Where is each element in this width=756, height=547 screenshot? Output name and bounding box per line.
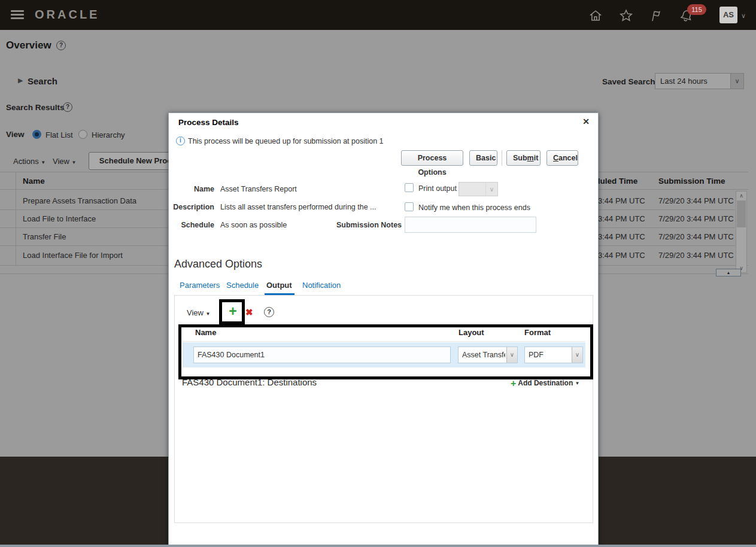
add-destination-button[interactable]: + Add Destination ▼: [511, 378, 580, 389]
saved-search-caret-icon[interactable]: ∨: [730, 74, 743, 89]
submission-notes-label: Submission Notes: [336, 221, 400, 229]
notification-count-badge: 115: [687, 4, 706, 15]
page-title: Overview: [6, 39, 51, 51]
screen: ORACLE 115 AS ∨ Overview ? ▶ Search Save…: [0, 0, 756, 547]
format-select[interactable]: PDF ∨: [524, 347, 583, 363]
table-row-submission: 7/29/20 3:44 PM UTC: [658, 196, 734, 205]
advanced-options-title: Advanced Options: [174, 258, 262, 271]
actions-menu[interactable]: Actions ▼: [13, 157, 45, 166]
cancel-label-accesskey: C: [553, 154, 558, 162]
delete-output-icon[interactable]: ✖: [245, 307, 253, 318]
print-destination-caret-icon: ∨: [485, 183, 497, 196]
cancel-button[interactable]: Cancel: [546, 150, 578, 166]
column-header-name[interactable]: Name: [23, 177, 45, 186]
table-view-menu-caret-icon: ▼: [72, 160, 77, 165]
output-view-menu[interactable]: View ▼: [187, 308, 211, 317]
submission-notes-input[interactable]: [405, 217, 536, 233]
table-scrollbar[interactable]: ∧ ∨: [736, 191, 747, 273]
viewport-bottom-edge: [0, 545, 756, 547]
view-flat-list-label[interactable]: Flat List: [45, 130, 73, 139]
name-value: Asset Transfers Report: [220, 185, 297, 193]
layout-select[interactable]: Asset Transfe ∨: [458, 347, 518, 363]
page-help-icon[interactable]: ?: [56, 41, 66, 50]
submit-label-accesskey: m: [527, 154, 534, 162]
table-row-name[interactable]: Transfer File: [23, 232, 66, 241]
notify-label: Notify me when this process ends: [418, 203, 530, 212]
tab-output[interactable]: Output: [266, 281, 292, 290]
basic-button[interactable]: Basic: [469, 150, 497, 166]
top-navigation-bar: ORACLE 115 AS ∨: [0, 0, 756, 30]
print-output-checkbox[interactable]: [405, 183, 414, 192]
saved-search-select[interactable]: Last 24 hours ∨: [655, 73, 744, 89]
format-select-value: PDF: [529, 351, 570, 359]
column-header-submission-time[interactable]: Submission Time: [658, 177, 725, 186]
table-row-submission: 7/29/20 3:44 PM UTC: [658, 251, 734, 260]
add-output-icon[interactable]: +: [225, 303, 241, 319]
saved-search-value: Last 24 hours: [660, 77, 708, 86]
output-view-menu-caret-icon: ▼: [206, 311, 211, 317]
print-output-label: Print output: [418, 184, 457, 193]
hamburger-menu-icon[interactable]: [11, 10, 24, 20]
destinations-section-title: FAS430 Document1: Destinations: [182, 377, 317, 387]
output-help-icon[interactable]: ?: [264, 307, 274, 317]
notify-checkbox[interactable]: [405, 202, 414, 211]
submit-label-post: it: [534, 154, 539, 162]
format-select-caret-icon[interactable]: ∨: [572, 347, 582, 363]
table-row-name[interactable]: Load Interface File for Import: [23, 251, 123, 260]
flag-watchlist-icon[interactable]: [649, 8, 664, 23]
submit-label-pre: Sub: [513, 154, 527, 162]
output-column-name: Name: [195, 328, 216, 337]
search-results-help-icon[interactable]: ?: [63, 102, 72, 112]
actions-menu-caret-icon: ▼: [41, 160, 45, 165]
queue-info-message: This process will be queued up for submi…: [188, 137, 384, 145]
view-hierarchy-label[interactable]: Hierarchy: [92, 130, 125, 139]
submit-button[interactable]: Submit: [506, 150, 541, 166]
dialog-title: Process Details: [178, 118, 239, 127]
saved-search-label: Saved Search: [602, 77, 655, 86]
search-section-label[interactable]: Search: [28, 76, 57, 86]
description-label: Description: [169, 203, 214, 211]
tab-notification[interactable]: Notification: [302, 281, 341, 290]
table-view-menu-label: View: [53, 157, 69, 166]
search-results-title: Search Results: [6, 103, 65, 112]
layout-select-caret-icon[interactable]: ∨: [506, 347, 517, 363]
output-name-input[interactable]: [193, 347, 451, 363]
layout-select-value: Asset Transfe: [462, 351, 505, 359]
button-separator: [502, 150, 502, 166]
schedule-value: As soon as possible: [220, 221, 287, 229]
table-row-name[interactable]: Load File to Interface: [23, 214, 96, 223]
print-destination-select[interactable]: ∨: [459, 182, 498, 196]
description-value: Lists all asset transfers performed duri…: [220, 203, 377, 211]
output-column-format: Format: [524, 328, 551, 337]
view-flat-list-radio[interactable]: [32, 130, 41, 139]
home-icon[interactable]: [588, 8, 603, 23]
output-column-layout: Layout: [459, 328, 484, 337]
favorites-star-icon[interactable]: [618, 8, 634, 23]
scrollbar-up-icon[interactable]: ∧: [736, 193, 746, 199]
output-view-menu-label: View: [187, 308, 204, 317]
table-row-submission: 7/29/20 3:44 PM UTC: [658, 232, 734, 241]
user-menu-caret-icon[interactable]: ∨: [741, 12, 746, 20]
view-hierarchy-radio[interactable]: [78, 130, 87, 139]
process-options-button[interactable]: Process Options: [401, 150, 463, 166]
table-view-menu[interactable]: View ▼: [53, 157, 77, 166]
search-expand-caret-icon[interactable]: ▶: [18, 77, 23, 84]
add-destination-label: Add Destination: [518, 379, 573, 387]
dialog-close-icon[interactable]: ✕: [582, 117, 590, 126]
user-avatar[interactable]: AS: [719, 7, 737, 23]
add-destination-caret-icon: ▼: [575, 381, 580, 386]
schedule-label: Schedule: [169, 221, 214, 229]
actions-menu-label: Actions: [13, 157, 39, 166]
table-row-submission: 7/29/20 3:44 PM UTC: [658, 214, 734, 223]
add-destination-plus-icon: +: [511, 378, 516, 388]
oracle-logo: ORACLE: [35, 8, 99, 22]
tab-parameters[interactable]: Parameters: [180, 281, 220, 290]
info-icon: i: [176, 136, 185, 145]
name-label: Name: [169, 185, 214, 193]
process-details-dialog: Process Details ✕ i This process will be…: [168, 113, 599, 547]
table-collapse-handle[interactable]: ▲: [716, 269, 741, 276]
view-radio-group-label: View: [6, 130, 25, 139]
tab-schedule[interactable]: Schedule: [226, 281, 259, 290]
scrollbar-thumb[interactable]: [737, 200, 746, 227]
table-row-name[interactable]: Prepare Assets Transaction Data: [23, 196, 136, 205]
